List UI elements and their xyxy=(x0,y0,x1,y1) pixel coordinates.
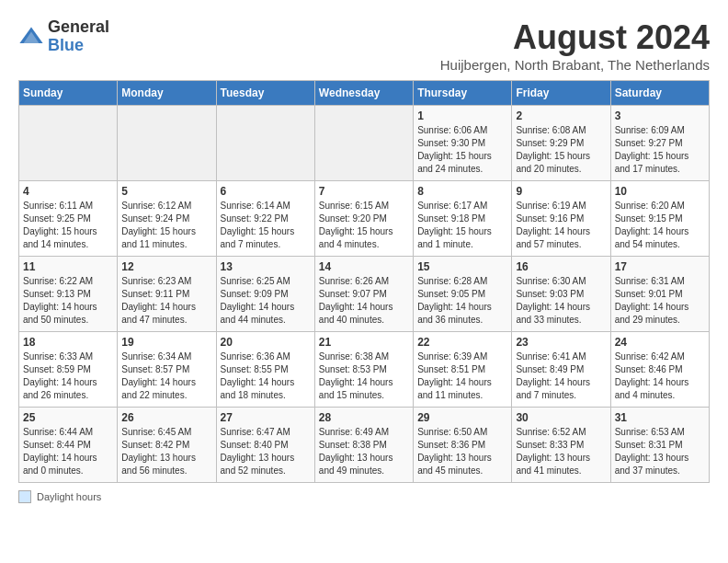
day-info: Sunrise: 6:52 AM Sunset: 8:33 PM Dayligh… xyxy=(516,426,606,477)
day-info: Sunrise: 6:53 AM Sunset: 8:31 PM Dayligh… xyxy=(615,426,705,477)
day-info: Sunrise: 6:26 AM Sunset: 9:07 PM Dayligh… xyxy=(319,275,409,327)
calendar-cell: 13Sunrise: 6:25 AM Sunset: 9:09 PM Dayli… xyxy=(216,257,314,332)
day-info: Sunrise: 6:41 AM Sunset: 8:49 PM Dayligh… xyxy=(516,350,606,402)
day-info: Sunrise: 6:50 AM Sunset: 8:36 PM Dayligh… xyxy=(417,426,507,477)
day-number: 31 xyxy=(615,411,705,424)
day-number: 22 xyxy=(417,336,507,349)
day-number: 17 xyxy=(615,260,705,273)
day-number: 23 xyxy=(516,336,606,349)
calendar-cell: 25Sunrise: 6:44 AM Sunset: 8:44 PM Dayli… xyxy=(19,408,118,483)
calendar-cell xyxy=(19,106,118,181)
day-info: Sunrise: 6:49 AM Sunset: 8:38 PM Dayligh… xyxy=(319,426,409,477)
header-day: Thursday xyxy=(414,81,512,106)
calendar-cell: 15Sunrise: 6:28 AM Sunset: 9:05 PM Dayli… xyxy=(414,257,512,332)
calendar-cell: 28Sunrise: 6:49 AM Sunset: 8:38 PM Dayli… xyxy=(314,408,413,483)
header-day: Sunday xyxy=(19,81,118,106)
day-info: Sunrise: 6:47 AM Sunset: 8:40 PM Dayligh… xyxy=(221,426,311,477)
calendar-cell: 4Sunrise: 6:11 AM Sunset: 9:25 PM Daylig… xyxy=(19,181,118,257)
calendar-cell: 12Sunrise: 6:23 AM Sunset: 9:11 PM Dayli… xyxy=(118,257,216,332)
day-number: 14 xyxy=(319,260,409,273)
day-number: 18 xyxy=(23,336,113,349)
calendar-cell: 6Sunrise: 6:14 AM Sunset: 9:22 PM Daylig… xyxy=(216,181,314,257)
day-info: Sunrise: 6:30 AM Sunset: 9:03 PM Dayligh… xyxy=(516,275,606,327)
day-number: 1 xyxy=(417,109,507,122)
calendar-week-row: 11Sunrise: 6:22 AM Sunset: 9:13 PM Dayli… xyxy=(19,257,710,332)
day-number: 4 xyxy=(23,185,113,198)
day-number: 28 xyxy=(319,411,409,424)
calendar-week-row: 4Sunrise: 6:11 AM Sunset: 9:25 PM Daylig… xyxy=(19,181,710,257)
day-number: 9 xyxy=(516,185,606,198)
calendar-cell: 31Sunrise: 6:53 AM Sunset: 8:31 PM Dayli… xyxy=(610,408,709,483)
day-info: Sunrise: 6:09 AM Sunset: 9:27 PM Dayligh… xyxy=(615,124,705,176)
header-day: Friday xyxy=(512,81,610,106)
calendar-cell: 10Sunrise: 6:20 AM Sunset: 9:15 PM Dayli… xyxy=(610,181,709,257)
footer-label: Daylight hours xyxy=(37,491,101,502)
calendar-cell: 23Sunrise: 6:41 AM Sunset: 8:49 PM Dayli… xyxy=(512,332,610,408)
calendar-cell: 1Sunrise: 6:06 AM Sunset: 9:30 PM Daylig… xyxy=(414,106,512,181)
day-number: 5 xyxy=(121,185,211,198)
header-day: Tuesday xyxy=(216,81,314,106)
day-info: Sunrise: 6:23 AM Sunset: 9:11 PM Dayligh… xyxy=(121,275,211,327)
calendar-cell: 30Sunrise: 6:52 AM Sunset: 8:33 PM Dayli… xyxy=(512,408,610,483)
day-number: 30 xyxy=(516,411,606,424)
day-number: 8 xyxy=(417,185,507,198)
day-number: 16 xyxy=(516,260,606,273)
calendar-cell xyxy=(118,106,216,181)
day-number: 10 xyxy=(615,185,705,198)
day-info: Sunrise: 6:36 AM Sunset: 8:55 PM Dayligh… xyxy=(221,350,311,402)
logo-blue-text: Blue xyxy=(48,37,109,55)
day-info: Sunrise: 6:42 AM Sunset: 8:46 PM Dayligh… xyxy=(615,350,705,402)
location-subtitle: Huijbergen, North Brabant, The Netherlan… xyxy=(440,57,710,73)
day-number: 6 xyxy=(221,185,311,198)
day-number: 29 xyxy=(417,411,507,424)
header-day: Saturday xyxy=(610,81,709,106)
day-number: 19 xyxy=(121,336,211,349)
day-info: Sunrise: 6:25 AM Sunset: 9:09 PM Dayligh… xyxy=(221,275,311,327)
day-number: 13 xyxy=(221,260,311,273)
day-info: Sunrise: 6:12 AM Sunset: 9:24 PM Dayligh… xyxy=(121,200,211,251)
day-info: Sunrise: 6:20 AM Sunset: 9:15 PM Dayligh… xyxy=(615,200,705,251)
calendar-cell: 20Sunrise: 6:36 AM Sunset: 8:55 PM Dayli… xyxy=(216,332,314,408)
calendar-cell xyxy=(216,106,314,181)
day-info: Sunrise: 6:06 AM Sunset: 9:30 PM Dayligh… xyxy=(417,124,507,176)
calendar-cell: 7Sunrise: 6:15 AM Sunset: 9:20 PM Daylig… xyxy=(314,181,413,257)
calendar-cell: 16Sunrise: 6:30 AM Sunset: 9:03 PM Dayli… xyxy=(512,257,610,332)
day-number: 7 xyxy=(319,185,409,198)
day-number: 15 xyxy=(417,260,507,273)
calendar-cell: 26Sunrise: 6:45 AM Sunset: 8:42 PM Dayli… xyxy=(118,408,216,483)
day-info: Sunrise: 6:28 AM Sunset: 9:05 PM Dayligh… xyxy=(417,275,507,327)
header-row: SundayMondayTuesdayWednesdayThursdayFrid… xyxy=(19,81,710,106)
calendar-cell: 14Sunrise: 6:26 AM Sunset: 9:07 PM Dayli… xyxy=(314,257,413,332)
day-info: Sunrise: 6:39 AM Sunset: 8:51 PM Dayligh… xyxy=(417,350,507,402)
calendar-cell: 22Sunrise: 6:39 AM Sunset: 8:51 PM Dayli… xyxy=(414,332,512,408)
day-info: Sunrise: 6:34 AM Sunset: 8:57 PM Dayligh… xyxy=(121,350,211,402)
day-info: Sunrise: 6:33 AM Sunset: 8:59 PM Dayligh… xyxy=(23,350,113,402)
day-number: 12 xyxy=(121,260,211,273)
day-info: Sunrise: 6:15 AM Sunset: 9:20 PM Dayligh… xyxy=(319,200,409,251)
logo-general-text: General xyxy=(48,18,109,37)
day-info: Sunrise: 6:38 AM Sunset: 8:53 PM Dayligh… xyxy=(319,350,409,402)
day-info: Sunrise: 6:31 AM Sunset: 9:01 PM Dayligh… xyxy=(615,275,705,327)
page-header: General Blue August 2024 Huijbergen, Nor… xyxy=(18,18,710,73)
calendar-cell: 27Sunrise: 6:47 AM Sunset: 8:40 PM Dayli… xyxy=(216,408,314,483)
calendar-cell: 3Sunrise: 6:09 AM Sunset: 9:27 PM Daylig… xyxy=(610,106,709,181)
daylight-box xyxy=(18,490,31,503)
day-info: Sunrise: 6:19 AM Sunset: 9:16 PM Dayligh… xyxy=(516,200,606,251)
calendar-cell: 29Sunrise: 6:50 AM Sunset: 8:36 PM Dayli… xyxy=(414,408,512,483)
calendar-week-row: 18Sunrise: 6:33 AM Sunset: 8:59 PM Dayli… xyxy=(19,332,710,408)
day-info: Sunrise: 6:22 AM Sunset: 9:13 PM Dayligh… xyxy=(23,275,113,327)
calendar-cell: 9Sunrise: 6:19 AM Sunset: 9:16 PM Daylig… xyxy=(512,181,610,257)
day-info: Sunrise: 6:44 AM Sunset: 8:44 PM Dayligh… xyxy=(23,426,113,477)
calendar-table: SundayMondayTuesdayWednesdayThursdayFrid… xyxy=(18,80,710,483)
header-day: Monday xyxy=(118,81,216,106)
title-block: August 2024 Huijbergen, North Brabant, T… xyxy=(440,18,710,73)
day-number: 3 xyxy=(615,109,705,122)
day-info: Sunrise: 6:11 AM Sunset: 9:25 PM Dayligh… xyxy=(23,200,113,251)
day-info: Sunrise: 6:17 AM Sunset: 9:18 PM Dayligh… xyxy=(417,200,507,251)
day-number: 24 xyxy=(615,336,705,349)
day-number: 20 xyxy=(221,336,311,349)
month-title: August 2024 xyxy=(440,18,710,57)
day-info: Sunrise: 6:45 AM Sunset: 8:42 PM Dayligh… xyxy=(121,426,211,477)
logo-icon xyxy=(18,24,44,50)
day-number: 25 xyxy=(23,411,113,424)
